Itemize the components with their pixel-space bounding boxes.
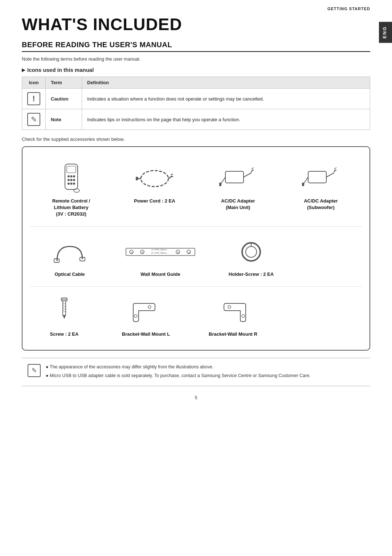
svg-line-23 xyxy=(221,177,225,184)
svg-line-30 xyxy=(303,177,308,184)
svg-point-3 xyxy=(73,175,75,177)
caution-icon-cell: ! xyxy=(22,89,46,109)
remote-control-label: Remote Control /Lithium Battery(3V : CR2… xyxy=(52,198,90,218)
caution-term: Caution xyxy=(46,89,82,109)
bracket-r-label: Bracket-Wall Mount R xyxy=(209,331,257,338)
svg-rect-14 xyxy=(136,177,138,180)
accessories-row-1: Remote Control /Lithium Battery(3V : CR2… xyxy=(30,156,362,224)
svg-rect-24 xyxy=(219,183,221,186)
svg-point-8 xyxy=(68,183,70,185)
note-icon-cell: ✎ xyxy=(22,109,46,130)
accessory-bracket-r: Bracket-Wall Mount R xyxy=(200,293,266,340)
note-bullets: The appearance of the accessories may di… xyxy=(46,363,311,381)
svg-line-21 xyxy=(252,168,254,169)
note-box: ✎ The appearance of the accessories may … xyxy=(22,358,370,386)
accessories-row-2: Optical Cable A B A-TYPE: Ø3mm B-TYPE: Ø… xyxy=(30,229,362,284)
optical-cable-image xyxy=(50,236,90,268)
accessory-bracket-l: Bracket-Wall Mount L xyxy=(113,293,179,340)
svg-point-5 xyxy=(73,179,75,181)
svg-point-56 xyxy=(148,306,151,308)
intro-text: Note the following terms before reading … xyxy=(22,56,370,62)
wall-mount-guide-image: A B A-TYPE: Ø3mm B-TYPE: Ø6mm B A xyxy=(140,236,180,268)
note-icon: ✎ xyxy=(27,113,40,126)
svg-line-51 xyxy=(63,303,66,304)
table-row-note: ✎ Note Indicates tips or instructions on… xyxy=(22,109,370,130)
check-text: Check for the supplied accessories shown… xyxy=(22,136,370,142)
power-cord-label: Power Cord : 2 EA xyxy=(134,198,175,204)
accessories-row-3: Screw : 2 EA Bracket-Wall Mount L xyxy=(30,289,362,344)
svg-point-10 xyxy=(70,183,72,185)
accessories-box: Remote Control /Lithium Battery(3V : CR2… xyxy=(22,146,370,351)
icons-table: Icon Term Definition ! Caution Indicates… xyxy=(22,77,370,130)
optical-cable-label: Optical Cable xyxy=(54,271,85,278)
accessory-acdc-main: AC/DC Adapter(Main Unit) xyxy=(216,159,260,221)
svg-marker-55 xyxy=(63,315,66,319)
accessory-remote-control: Remote Control /Lithium Battery(3V : CR2… xyxy=(49,159,93,221)
svg-text:B: B xyxy=(177,251,179,254)
svg-line-17 xyxy=(171,176,173,177)
page-title: WHAT'S INCLUDED xyxy=(22,15,370,34)
accessory-screw: Screw : 2 EA xyxy=(37,293,91,340)
acdc-main-image xyxy=(218,162,258,195)
svg-text:A: A xyxy=(188,251,190,254)
svg-text:A-TYPE: Ø3mm: A-TYPE: Ø3mm xyxy=(151,249,167,251)
col-definition: Definition xyxy=(82,77,370,89)
acdc-main-label: AC/DC Adapter(Main Unit) xyxy=(221,198,255,211)
svg-rect-25 xyxy=(308,171,326,183)
note-term: Note xyxy=(46,109,82,130)
svg-line-28 xyxy=(334,168,336,169)
accessory-acdc-sub: AC/DC Adapter(Subwoofer) xyxy=(299,159,343,221)
section-subtitle: BEFORE READING THE USER'S MANUAL xyxy=(22,41,370,52)
svg-rect-18 xyxy=(225,171,244,183)
svg-point-9 xyxy=(73,183,75,185)
svg-line-19 xyxy=(244,173,251,177)
svg-rect-1 xyxy=(67,166,76,173)
svg-point-6 xyxy=(70,175,72,177)
svg-text:B-TYPE: Ø6mm: B-TYPE: Ø6mm xyxy=(151,252,167,254)
accessory-wall-mount-guide: A B A-TYPE: Ø3mm B-TYPE: Ø6mm B A Wall M… xyxy=(117,233,204,281)
accessory-optical-cable: Optical Cable xyxy=(37,233,102,281)
screw-label: Screw : 2 EA xyxy=(50,331,79,338)
table-row-caution: ! Caution Indicates a situation where a … xyxy=(22,89,370,109)
holder-screw-image xyxy=(231,236,271,268)
svg-line-52 xyxy=(63,305,66,307)
power-cord-image xyxy=(135,162,175,195)
wall-mount-guide-label: Wall Mount Guide xyxy=(140,271,180,278)
svg-point-57 xyxy=(134,315,137,318)
note-box-icon: ✎ xyxy=(28,364,41,377)
svg-point-2 xyxy=(68,175,70,177)
svg-line-22 xyxy=(252,170,254,171)
col-icon: Icon xyxy=(22,77,46,89)
caution-icon: ! xyxy=(27,92,40,105)
page-header: GETTING STARTED xyxy=(0,0,392,11)
svg-rect-31 xyxy=(302,183,304,186)
accessory-power-cord: Power Cord : 2 EA xyxy=(132,159,177,221)
bracket-l-label: Bracket-Wall Mount L xyxy=(122,331,170,338)
svg-point-58 xyxy=(228,306,231,308)
svg-line-26 xyxy=(326,173,334,177)
svg-line-29 xyxy=(334,170,336,171)
svg-line-27 xyxy=(334,169,335,173)
svg-point-7 xyxy=(70,179,72,181)
svg-point-12 xyxy=(141,171,168,187)
screw-image xyxy=(44,295,84,328)
remote-control-image xyxy=(51,162,91,195)
page-number: 5 xyxy=(22,395,370,400)
caution-definition: Indicates a situation where a function d… xyxy=(82,89,370,109)
note-definition: Indicates tips or instructions on the pa… xyxy=(82,109,370,130)
section-label: GETTING STARTED xyxy=(327,7,370,11)
svg-line-16 xyxy=(171,174,173,175)
note-bullet-2: Micro USB to USB adapter cable is sold s… xyxy=(46,372,311,379)
accessory-holder-screw: Holder-Screw : 2 EA xyxy=(219,233,284,281)
acdc-sub-image xyxy=(301,162,341,195)
col-term: Term xyxy=(46,77,82,89)
svg-point-4 xyxy=(68,179,70,181)
svg-point-46 xyxy=(246,246,257,257)
acdc-sub-label: AC/DC Adapter(Subwoofer) xyxy=(304,198,338,211)
svg-line-54 xyxy=(63,310,66,312)
svg-text:B: B xyxy=(142,251,143,254)
icons-heading: Icons used in this manual xyxy=(22,67,370,73)
bracket-l-image xyxy=(126,295,166,328)
note-bullet-1: The appearance of the accessories may di… xyxy=(46,363,311,371)
svg-line-20 xyxy=(251,169,253,173)
